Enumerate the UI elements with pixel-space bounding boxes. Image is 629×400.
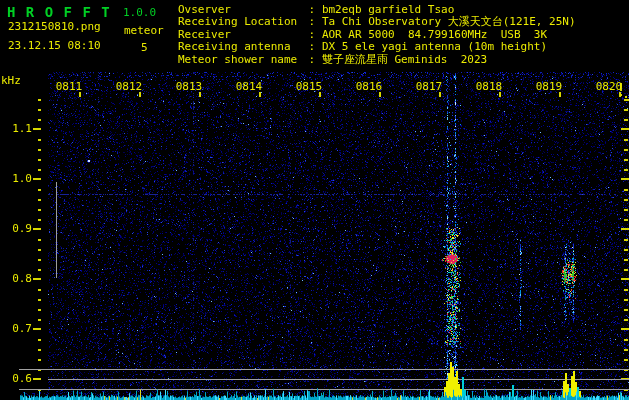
time-tick-label: 0816 <box>354 80 384 93</box>
info-separator: : <box>302 15 322 28</box>
info-value: Ta Chi Observatory 大溪天文台(121E, 25N) <box>322 15 576 28</box>
datetime-label: 23.12.15 08:10 <box>8 39 101 52</box>
freq-axis-unit: kHz <box>1 74 21 87</box>
app-title: H R O F F T <box>7 4 111 20</box>
time-tick-label: 0819 <box>534 80 564 93</box>
time-tick-label: 0813 <box>174 80 204 93</box>
info-separator: : <box>302 28 322 41</box>
freq-tick-label: 1.1 <box>0 122 32 135</box>
info-value: bm2eqb garfield Tsao <box>322 3 454 16</box>
freq-tick-label: 0.6 <box>0 372 32 385</box>
time-tick-label: 0820 <box>594 80 624 93</box>
info-value: AOR AR 5000 84.799160MHz USB 3K <box>322 28 547 41</box>
freq-tick-label: 0.9 <box>0 222 32 235</box>
info-label: Receiving Location <box>178 16 302 28</box>
meteor-count: 5 <box>141 41 148 54</box>
info-separator: : <box>302 3 322 16</box>
output-filename: 2312150810.png <box>8 20 101 33</box>
station-info-block: Ovserver : bm2eqb garfield TsaoReceiving… <box>178 4 576 66</box>
info-separator: : <box>302 53 322 66</box>
info-label: Receiving antenna <box>178 41 302 53</box>
info-separator: : <box>302 40 322 53</box>
time-tick-label: 0812 <box>114 80 144 93</box>
hrofft-window: H R O F F T 1.0.0 2312150810.png meteor … <box>0 0 629 400</box>
time-tick-label: 0817 <box>414 80 444 93</box>
time-tick-label: 0815 <box>294 80 324 93</box>
freq-tick-label: 0.7 <box>0 322 32 335</box>
freq-tick-label: 1.0 <box>0 172 32 185</box>
info-row: Meteor shower name : 雙子座流星雨 Geminids 202… <box>178 54 576 66</box>
time-tick-label: 0818 <box>474 80 504 93</box>
freq-tick-label: 0.8 <box>0 272 32 285</box>
mode-label: meteor <box>124 24 164 37</box>
time-tick-label: 0811 <box>54 80 84 93</box>
info-value: 雙子座流星雨 Geminids 2023 <box>322 53 487 66</box>
info-label: Meteor shower name <box>178 54 302 66</box>
info-value: DX 5 ele yagi antenna (10m height) <box>322 40 547 53</box>
time-tick-label: 0814 <box>234 80 264 93</box>
app-version: 1.0.0 <box>123 6 156 19</box>
